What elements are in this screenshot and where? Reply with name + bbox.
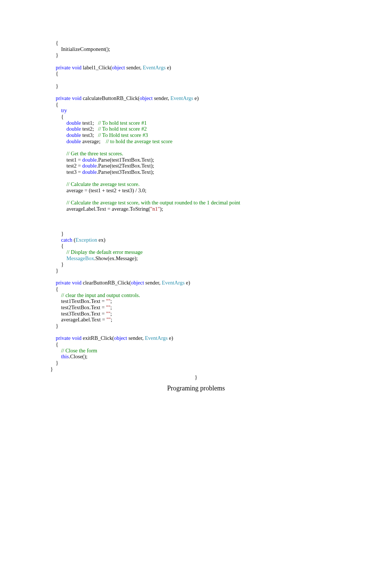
keyword: catch (61, 237, 73, 243)
keyword: object (114, 335, 127, 341)
type: EventArgs (162, 280, 185, 286)
keyword: void (72, 65, 82, 70)
code-token: sender, (153, 95, 171, 101)
code-token: averageLabel.Text = average.ToString( (45, 206, 150, 212)
code-token: test1; (81, 120, 98, 126)
keyword: try (61, 107, 67, 113)
code-token: average; (81, 138, 106, 144)
code-token: ; (110, 298, 112, 304)
code-token: .Close(); (69, 353, 87, 359)
code-token (45, 249, 66, 255)
code-token: .Parse(test1TextBox.Text); (97, 157, 154, 163)
code-line: } (45, 231, 63, 237)
keyword: private (56, 65, 71, 70)
string: "n1" (150, 206, 160, 212)
code-line: { (45, 114, 63, 120)
code-line: { (45, 70, 58, 76)
code-line: { (45, 40, 58, 46)
code-line: } (45, 52, 58, 58)
comment: // Calculate the average test score. (66, 181, 140, 187)
code-token: e) (193, 95, 199, 101)
code-token: sender, (125, 65, 143, 70)
code-token (45, 181, 66, 187)
code-token: ( (72, 237, 75, 243)
code-block: { InitializeComponent(); } private void … (22, 40, 370, 372)
code-token (45, 200, 66, 206)
keyword: double (66, 138, 81, 144)
code-token: test3; (81, 132, 98, 138)
code-line: } (45, 83, 58, 89)
keyword: void (72, 95, 82, 101)
code-token (45, 151, 66, 156)
code-token: .Show(ex.Message); (94, 255, 138, 261)
code-token: averageLabel.Text = (45, 317, 106, 323)
code-token: sender, (144, 280, 162, 286)
code-token: sender, (127, 335, 145, 341)
code-token: ; (111, 317, 112, 323)
code-token: test1TextBox.Text = (45, 298, 106, 304)
code-token: .Parse(test3TextBox.Text); (97, 169, 154, 175)
string: "" (106, 317, 111, 323)
comment: // Close the form (61, 348, 97, 353)
keyword: object (131, 280, 144, 286)
comment: // Calculate the average test score, wit… (66, 200, 240, 206)
code-token: exitRB_Click( (82, 335, 114, 341)
comment: // To Hold test score #3 (98, 132, 148, 138)
code-token (45, 126, 66, 132)
code-line: } (45, 366, 53, 372)
keyword: object (112, 65, 125, 70)
type: MessageBox (66, 255, 94, 261)
code-token: label1_Click( (82, 65, 112, 70)
code-line: { (45, 341, 58, 347)
keyword: object (140, 95, 152, 101)
keyword: double (66, 126, 81, 132)
keyword: double (66, 120, 81, 126)
code-token: test3 = (45, 169, 82, 175)
code-token: e) (168, 335, 173, 341)
code-token (45, 280, 56, 286)
code-token (45, 107, 61, 113)
string: "" (106, 311, 110, 317)
code-token: .Parse(test2TextBox.Text); (97, 163, 154, 169)
code-token: ; (110, 304, 112, 310)
code-token: calculateButtonRB_Click( (82, 95, 140, 101)
code-token: test2 = (45, 163, 82, 169)
code-token: clearButtonRB_Click( (82, 280, 131, 286)
code-token: ; (110, 311, 112, 317)
comment: // to hold the average test score (106, 138, 172, 144)
keyword: double (82, 157, 97, 163)
keyword: private (56, 280, 71, 286)
code-token: ex) (97, 237, 105, 243)
keyword: void (72, 280, 82, 286)
comment: // clear the input and output controls. (61, 292, 140, 298)
keyword: double (82, 169, 97, 175)
keyword: double (82, 163, 97, 169)
type: EventArgs (143, 65, 166, 70)
closing-brace: } (22, 374, 370, 380)
comment: // To hold test score #2 (98, 126, 147, 132)
keyword: double (66, 132, 81, 138)
string: "" (106, 304, 110, 310)
string: "" (106, 298, 110, 304)
code-token: test1 = (45, 157, 82, 163)
code-token (45, 353, 61, 359)
code-token: e) (166, 65, 171, 70)
code-line: } (45, 323, 58, 329)
code-token (45, 132, 66, 138)
code-token: e) (185, 280, 190, 286)
type: EventArgs (145, 335, 168, 341)
code-line: InitializeComponent(); (45, 46, 110, 52)
code-line: { (45, 286, 58, 292)
code-line: } (45, 261, 63, 267)
code-line: } (45, 268, 58, 273)
code-token (45, 335, 56, 341)
code-line: average = (test1 + test2 + test3) / 3.0; (45, 187, 147, 193)
comment: // Get the three test scores. (66, 151, 123, 156)
type: EventArgs (171, 95, 193, 101)
code-token: ); (160, 206, 163, 212)
keyword: private (56, 95, 71, 101)
section-title: Programing problems (22, 384, 370, 392)
code-token (45, 65, 56, 70)
code-token (45, 292, 61, 298)
keyword: private (56, 335, 71, 341)
